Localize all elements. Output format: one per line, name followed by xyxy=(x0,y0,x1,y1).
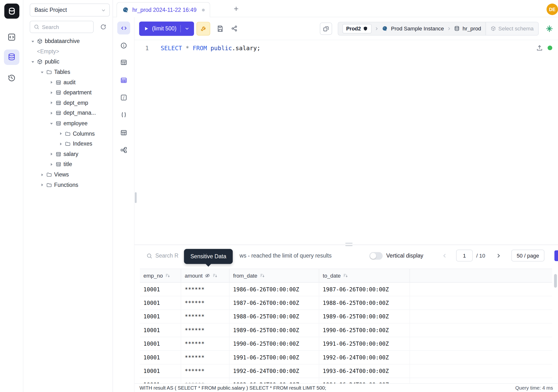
cell[interactable]: 1987-06-26T00:00:00Z xyxy=(319,283,410,296)
column-header-to_date[interactable]: to_date xyxy=(319,269,410,282)
cell[interactable]: 10001 xyxy=(140,296,181,309)
caret-right-icon[interactable] xyxy=(50,162,53,166)
page-number-input[interactable]: 1 xyxy=(456,250,472,261)
sql-code-line[interactable]: SELECT * FROM public.salary; xyxy=(161,45,261,52)
schema-diagram-icon[interactable] xyxy=(118,144,130,156)
format-icon[interactable] xyxy=(320,22,332,35)
run-query-button[interactable]: (limit 500) xyxy=(139,21,194,35)
tree-item-dept-emp[interactable]: dept_emp xyxy=(23,98,113,108)
cell[interactable]: 1988-06-25T00:00:00Z xyxy=(229,310,319,323)
cell[interactable]: 10001 xyxy=(140,351,181,364)
environment-pill[interactable]: Prod2 xyxy=(342,24,371,33)
column-header-emp_no[interactable]: emp_no xyxy=(140,269,181,282)
sidebar-resize-handle[interactable] xyxy=(135,192,137,203)
results-scrollbar[interactable] xyxy=(554,274,557,287)
cell[interactable]: 1991-06-25T00:00:00Z xyxy=(319,337,410,350)
new-tab-button[interactable] xyxy=(231,4,241,14)
table-row[interactable]: 10001******1992-06-24T00:00:00Z1993-06-2… xyxy=(140,365,552,378)
cell[interactable]: 10001 xyxy=(140,337,181,350)
cell[interactable]: ****** xyxy=(181,283,229,296)
tree-item-salary[interactable]: salary xyxy=(23,149,113,159)
schema-select[interactable]: Select schema xyxy=(485,22,538,35)
cell[interactable]: ****** xyxy=(181,296,229,309)
caret-down-icon[interactable] xyxy=(50,122,53,125)
vertical-display-toggle[interactable] xyxy=(369,252,383,260)
caret-right-icon[interactable] xyxy=(50,101,53,105)
cell[interactable]: 1988-06-25T00:00:00Z xyxy=(319,296,410,309)
cell[interactable]: 10001 xyxy=(140,365,181,378)
cell[interactable]: 1991-06-25T00:00:00Z xyxy=(229,351,319,364)
procedures-icon[interactable] xyxy=(118,109,130,121)
cell[interactable]: ****** xyxy=(181,337,229,350)
cell[interactable]: ****** xyxy=(181,365,229,378)
tab-hr-prod[interactable]: hr_prod 2024-11-22 16:49 xyxy=(117,2,210,17)
tree-item-dept-mana[interactable]: dept_mana... xyxy=(23,108,113,118)
avatar[interactable]: DE xyxy=(546,4,558,15)
tree-item-views[interactable]: Views xyxy=(23,169,113,180)
cell[interactable]: 1992-06-24T00:00:00Z xyxy=(319,351,410,364)
tree-item-columns[interactable]: Columns xyxy=(23,128,113,139)
sort-icon[interactable] xyxy=(165,273,170,278)
functions-icon[interactable]: f xyxy=(118,91,130,104)
cell[interactable]: 1986-06-26T00:00:00Z xyxy=(229,283,319,296)
table-row[interactable]: 10001******1990-06-25T00:00:00Z1991-06-2… xyxy=(140,337,552,351)
cell[interactable]: 1990-06-25T00:00:00Z xyxy=(229,337,319,350)
sql-editor-icon[interactable] xyxy=(4,29,19,45)
code-icon[interactable] xyxy=(117,21,130,34)
sort-icon[interactable] xyxy=(343,273,348,278)
cell[interactable]: 1993-06-24T00:00:00Z xyxy=(229,378,319,383)
tree-item-audit[interactable]: audit xyxy=(23,77,113,87)
tree-item-bbdataarchive[interactable]: bbdataarchive xyxy=(23,36,113,46)
refresh-icon[interactable] xyxy=(97,21,110,33)
cell[interactable]: ****** xyxy=(181,378,229,383)
table-row[interactable]: 10001******1989-06-25T00:00:00Z1990-06-2… xyxy=(140,323,552,337)
cell[interactable]: 1992-06-24T00:00:00Z xyxy=(229,365,319,378)
chevron-left-icon[interactable] xyxy=(440,251,450,261)
tree-item-title[interactable]: title xyxy=(23,159,113,169)
cell[interactable]: 1989-06-25T00:00:00Z xyxy=(229,323,319,337)
tree-item-department[interactable]: department xyxy=(23,88,113,98)
cell[interactable]: 10001 xyxy=(140,283,181,296)
cell[interactable]: ****** xyxy=(181,310,229,323)
table-row[interactable]: 10001******1986-06-26T00:00:00Z1987-06-2… xyxy=(140,283,552,296)
chevron-right-icon[interactable] xyxy=(494,251,504,261)
tree-item-functions[interactable]: Functions xyxy=(23,180,113,190)
column-header-from_date[interactable]: from_date xyxy=(229,269,319,282)
table-row[interactable]: 10001******1988-06-25T00:00:00Z1989-06-2… xyxy=(140,310,552,323)
caret-down-icon[interactable] xyxy=(40,70,44,74)
project-select[interactable]: Basic Project xyxy=(30,4,110,17)
caret-right-icon[interactable] xyxy=(50,111,53,115)
table-row[interactable]: 10001******1987-06-26T00:00:00Z1988-06-2… xyxy=(140,296,552,310)
cell[interactable]: ****** xyxy=(181,323,229,337)
export-button-partial[interactable] xyxy=(554,250,558,261)
cell[interactable]: 1989-06-25T00:00:00Z xyxy=(319,310,410,323)
external-tables-icon[interactable] xyxy=(118,127,130,139)
history-icon[interactable] xyxy=(4,70,19,86)
caret-right-icon[interactable] xyxy=(50,91,53,95)
tree-item-indexes[interactable]: Indexes xyxy=(23,139,113,149)
panel-resize-handle[interactable] xyxy=(345,243,353,246)
sidebar-search-input[interactable] xyxy=(42,24,85,30)
chevron-down-icon[interactable] xyxy=(185,26,189,31)
caret-right-icon[interactable] xyxy=(50,80,53,84)
tables-icon[interactable] xyxy=(118,56,130,69)
sort-icon[interactable] xyxy=(212,273,218,278)
connection-breadcrumb[interactable]: Prod2 Prod Sample Instance hr_prod xyxy=(338,22,485,35)
tree-item-public[interactable]: public xyxy=(23,57,113,67)
databases-icon[interactable] xyxy=(4,50,19,65)
caret-right-icon[interactable] xyxy=(50,152,53,156)
bytebase-logo[interactable] xyxy=(4,4,19,18)
caret-right-icon[interactable] xyxy=(59,142,63,146)
sort-icon[interactable] xyxy=(260,273,265,278)
eye-off-icon[interactable] xyxy=(205,273,210,278)
page-size-select[interactable]: 50 / page xyxy=(511,250,544,261)
masked-table-icon[interactable] xyxy=(118,74,130,87)
cell[interactable]: 1993-06-24T00:00:00Z xyxy=(319,365,410,378)
tree-item-employee[interactable]: employee xyxy=(23,118,113,128)
caret-down-icon[interactable] xyxy=(31,60,35,64)
column-header-amount[interactable]: amount xyxy=(181,269,229,282)
share-icon[interactable] xyxy=(231,25,238,32)
info-icon[interactable] xyxy=(118,39,130,52)
table-row[interactable]: 10001******1991-06-25T00:00:00Z1992-06-2… xyxy=(140,351,552,364)
cell[interactable]: 10001 xyxy=(140,310,181,323)
